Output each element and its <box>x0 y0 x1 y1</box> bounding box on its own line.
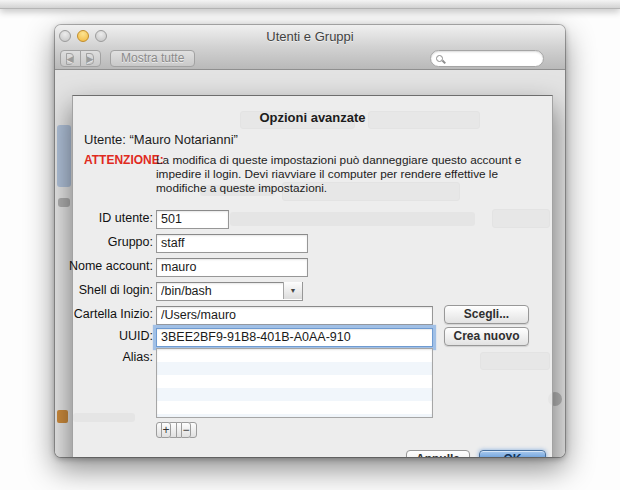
home-dir-input[interactable] <box>156 306 433 325</box>
app-window: Utenti e Gruppi ◀ ▶ Mostra tutte <box>55 25 565 457</box>
advanced-options-sheet: Opzioni avanzate Utente: “Mauro Notarian… <box>72 95 553 457</box>
group-label: Gruppo: <box>59 233 153 252</box>
group-input[interactable] <box>156 234 308 253</box>
user-id-input[interactable] <box>156 210 229 229</box>
ghost-sidebar-selection <box>57 125 71 187</box>
chevron-down-icon: ▼ <box>290 287 297 294</box>
login-shell-combo[interactable]: ▼ <box>156 281 303 300</box>
user-line: Utente: “Mauro Notarianni” <box>84 132 238 147</box>
login-shell-label: Shell di login: <box>59 281 153 300</box>
login-shell-input[interactable] <box>156 282 303 301</box>
user-id-label: ID utente: <box>59 209 153 228</box>
back-arrow-icon: ◀ <box>66 53 75 65</box>
cancel-button[interactable]: Annulla <box>406 450 470 457</box>
show-all-button[interactable]: Mostra tutte <box>110 50 195 67</box>
warning-label: ATTENZIONE: <box>84 153 153 167</box>
search-input[interactable] <box>446 53 534 65</box>
plus-icon: + <box>161 422 170 438</box>
login-shell-dropdown-button[interactable]: ▼ <box>283 282 302 299</box>
toolbar: ◀ ▶ Mostra tutte <box>55 47 565 70</box>
ghost-lock-icon <box>57 410 68 423</box>
search-icon <box>436 55 443 62</box>
alias-list-controls: + − <box>156 422 197 438</box>
window-title: Utenti e Gruppi <box>55 29 565 44</box>
minus-icon: − <box>181 422 190 438</box>
ghost-sidebar-item <box>58 198 70 207</box>
background-window-edge <box>0 0 620 9</box>
create-new-uuid-button[interactable]: Crea nuovo <box>444 327 529 346</box>
alias-listbox[interactable] <box>156 348 433 418</box>
alias-label: Alias: <box>59 348 153 367</box>
account-name-label: Nome account: <box>59 257 153 276</box>
nav-buttons: ◀ ▶ <box>60 50 101 67</box>
search-field[interactable] <box>430 50 544 67</box>
back-button[interactable]: ◀ <box>60 50 81 67</box>
account-name-input[interactable] <box>156 258 308 277</box>
window-content: Opzioni avanzate Utente: “Mauro Notarian… <box>55 70 565 457</box>
sheet-title: Opzioni avanzate <box>73 110 552 125</box>
add-alias-button[interactable]: + <box>156 422 177 438</box>
forward-button[interactable]: ▶ <box>80 50 101 67</box>
remove-alias-button[interactable]: − <box>176 422 197 438</box>
forward-arrow-icon: ▶ <box>86 53 95 65</box>
uuid-input[interactable] <box>156 328 433 347</box>
uuid-label: UUID: <box>59 327 153 346</box>
warning-text: La modifica di queste impostazioni può d… <box>156 153 544 195</box>
home-dir-label: Cartella Inizio: <box>59 305 153 324</box>
choose-button[interactable]: Scegli... <box>444 305 529 324</box>
ok-button[interactable]: OK <box>479 450 546 457</box>
titlebar[interactable]: Utenti e Gruppi <box>55 25 565 47</box>
page: Utenti e Gruppi ◀ ▶ Mostra tutte <box>0 0 620 490</box>
